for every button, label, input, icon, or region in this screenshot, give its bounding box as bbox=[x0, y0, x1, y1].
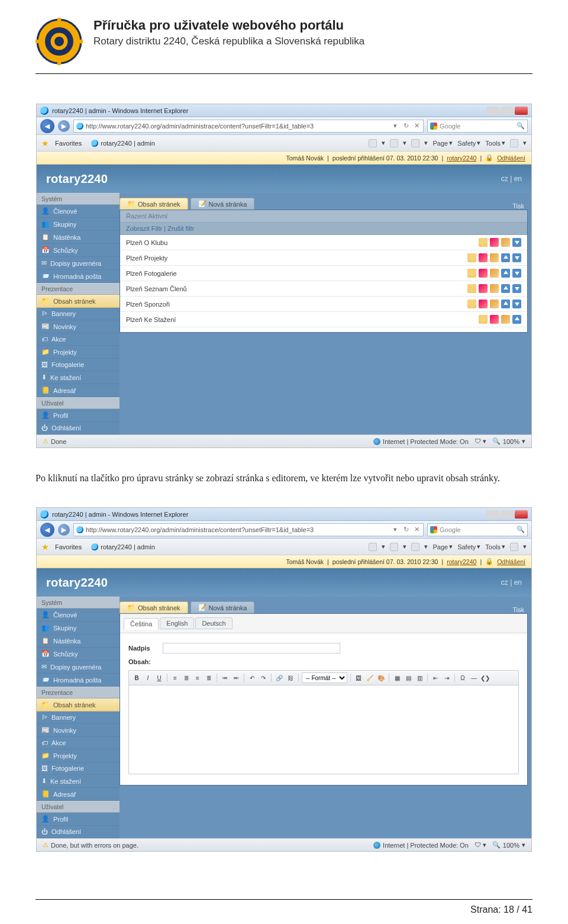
window-minimize-button[interactable] bbox=[486, 107, 499, 115]
sidebar-item[interactable]: 📁Projekty bbox=[37, 346, 120, 359]
action-home[interactable] bbox=[479, 315, 488, 324]
table-button[interactable]: ▦ bbox=[392, 673, 402, 682]
sidebar-item[interactable]: 👥Skupiny bbox=[37, 622, 120, 635]
input-nadpis[interactable] bbox=[163, 643, 340, 653]
forward-button[interactable]: ► bbox=[58, 524, 70, 536]
action-up[interactable] bbox=[501, 300, 510, 308]
mail-icon[interactable] bbox=[411, 139, 419, 147]
sidebar-item[interactable]: 📅Schůzky bbox=[37, 244, 120, 257]
align-center-button[interactable]: ≣ bbox=[182, 673, 191, 682]
sidebar-item[interactable]: 👤Profil bbox=[37, 409, 120, 422]
lang-tab[interactable]: Čeština bbox=[124, 618, 159, 630]
mail-icon[interactable] bbox=[411, 543, 419, 551]
menu-tools[interactable]: Tools ▾ bbox=[485, 139, 505, 147]
sidebar-item[interactable]: 👥Skupiny bbox=[37, 218, 120, 231]
bold-button[interactable]: B bbox=[132, 673, 141, 682]
indent-button[interactable]: ⇥ bbox=[442, 673, 451, 682]
menu-page[interactable]: Page ▾ bbox=[433, 139, 453, 147]
sidebar-item[interactable]: 👤Členové bbox=[37, 609, 120, 622]
source-button[interactable]: ❮❯ bbox=[480, 673, 490, 682]
action-up[interactable] bbox=[501, 284, 510, 293]
sidebar-item[interactable]: ✉Dopisy guvernéra bbox=[37, 257, 120, 270]
action-del[interactable] bbox=[490, 238, 499, 247]
action-home[interactable] bbox=[467, 284, 476, 293]
notice-sitelink[interactable]: rotary2240 bbox=[447, 558, 476, 565]
notice-logout[interactable]: Odhlášení bbox=[497, 154, 525, 162]
action-del[interactable] bbox=[479, 284, 488, 293]
list-ol-button[interactable]: ≕ bbox=[231, 673, 241, 682]
action-del[interactable] bbox=[479, 300, 488, 308]
sidebar-item[interactable]: 📁Obsah stránek bbox=[37, 295, 120, 308]
notice-logout[interactable]: Odhlášení bbox=[497, 558, 525, 565]
lang-tab[interactable]: English bbox=[160, 617, 194, 629]
window-close-button[interactable] bbox=[515, 510, 528, 519]
align-left-button[interactable]: ≡ bbox=[170, 673, 180, 682]
back-button[interactable]: ◄ bbox=[40, 523, 54, 537]
action-del[interactable] bbox=[479, 253, 488, 262]
sidebar-item[interactable]: 📒Adresář bbox=[37, 788, 120, 801]
search-icon[interactable]: 🔍 bbox=[517, 526, 525, 533]
sidebar-item[interactable]: ✉Dopisy guvernéra bbox=[37, 661, 120, 674]
window-close-button[interactable] bbox=[515, 107, 528, 115]
search-icon[interactable]: 🔍 bbox=[517, 122, 525, 130]
sidebar-item[interactable]: ⏻Odhlášení bbox=[37, 422, 120, 434]
action-up[interactable] bbox=[501, 253, 510, 262]
align-justify-button[interactable]: ≣ bbox=[204, 673, 214, 682]
menu-safety[interactable]: Safety ▾ bbox=[457, 543, 480, 550]
action-down[interactable] bbox=[512, 238, 521, 247]
image-button[interactable]: 🖼 bbox=[354, 673, 363, 682]
window-maximize-button[interactable] bbox=[501, 107, 514, 115]
sidebar-item[interactable]: 📋Nástěnka bbox=[37, 635, 120, 648]
action-edit[interactable] bbox=[501, 315, 510, 324]
action-edit[interactable] bbox=[490, 300, 499, 308]
sidebar-item[interactable]: 📋Nástěnka bbox=[37, 231, 120, 244]
action-home[interactable] bbox=[479, 238, 488, 247]
forward-button[interactable]: ► bbox=[58, 120, 70, 132]
window-minimize-button[interactable] bbox=[486, 510, 499, 519]
hr-button[interactable]: — bbox=[469, 673, 479, 682]
format-select[interactable]: -- Formát -- bbox=[302, 672, 347, 683]
sidebar-item[interactable]: ⏻Odhlášení bbox=[37, 826, 120, 838]
action-down[interactable] bbox=[512, 253, 521, 262]
sidebar-item[interactable]: 📨Hromadná pošta bbox=[37, 270, 120, 283]
cleanup-button[interactable]: 🧹 bbox=[365, 673, 375, 682]
italic-button[interactable]: I bbox=[143, 673, 153, 682]
filter-toggle[interactable]: Zobrazit Filtr | Zrušit filtr bbox=[126, 225, 194, 232]
color-button[interactable]: 🎨 bbox=[376, 673, 386, 682]
sidebar-item[interactable]: 👤Profil bbox=[37, 813, 120, 826]
lang-tab[interactable]: Deutsch bbox=[195, 617, 232, 629]
sidebar-item[interactable]: 🖼Fotogalerie bbox=[37, 762, 120, 775]
link-button[interactable]: 🔗 bbox=[275, 673, 284, 682]
col-button[interactable]: ▥ bbox=[415, 673, 424, 682]
search-box[interactable]: Google 🔍 bbox=[427, 523, 528, 536]
stop-icon[interactable]: ✕ bbox=[412, 122, 421, 130]
sidebar-item[interactable]: 📰Novinky bbox=[37, 320, 120, 333]
sidebar-item[interactable]: 📨Hromadná pošta bbox=[37, 674, 120, 687]
tab-nova-stranka[interactable]: 📝Nová stránka bbox=[191, 601, 255, 613]
menu-page[interactable]: Page ▾ bbox=[433, 543, 453, 550]
action-del[interactable] bbox=[490, 315, 499, 324]
help-icon[interactable] bbox=[510, 543, 518, 551]
action-edit[interactable] bbox=[490, 269, 499, 278]
tab-obsah-stranek[interactable]: 📁Obsah stránek bbox=[120, 601, 188, 613]
action-home[interactable] bbox=[467, 253, 476, 262]
back-button[interactable]: ◄ bbox=[40, 119, 54, 133]
action-edit[interactable] bbox=[490, 253, 499, 262]
window-maximize-button[interactable] bbox=[501, 510, 514, 519]
redo-button[interactable]: ↷ bbox=[259, 673, 268, 682]
dropdown-icon[interactable]: ▾ bbox=[391, 122, 399, 130]
editor-textarea[interactable] bbox=[128, 685, 519, 774]
undo-button[interactable]: ↶ bbox=[247, 673, 257, 682]
sidebar-item[interactable]: 🏷Akce bbox=[37, 333, 120, 346]
action-up[interactable] bbox=[512, 315, 521, 324]
favorites-star-icon[interactable]: ★ bbox=[41, 542, 49, 552]
action-down[interactable] bbox=[512, 300, 521, 308]
action-down[interactable] bbox=[512, 269, 521, 278]
home-icon[interactable] bbox=[369, 543, 377, 551]
sidebar-item[interactable]: 📒Adresář bbox=[37, 384, 120, 397]
unlink-button[interactable]: ⛓ bbox=[286, 673, 295, 682]
sidebar-item[interactable]: 👤Členové bbox=[37, 205, 120, 218]
sidebar-item[interactable]: 🏷Akce bbox=[37, 737, 120, 749]
action-up[interactable] bbox=[501, 269, 510, 278]
action-edit[interactable] bbox=[490, 284, 499, 293]
